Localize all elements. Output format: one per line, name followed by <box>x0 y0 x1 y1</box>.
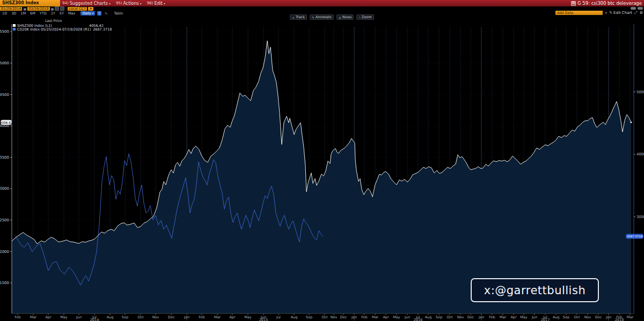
saved-chart-title: ▤ G 59: csi300 btc deleverage <box>571 0 642 6</box>
svg-text:Jun: Jun <box>531 315 537 319</box>
period-button-5y[interactable]: 5Y <box>60 11 64 16</box>
window-mini-button[interactable] <box>638 7 643 10</box>
svg-text:3000: 3000 <box>636 215 644 219</box>
calendar-icon[interactable]: ▦ <box>23 7 26 11</box>
magnifier-icon: ⌕ <box>358 15 360 19</box>
svg-text:Sep: Sep <box>563 315 569 319</box>
bloomberg-terminal-window: 1500200025003000350040004500500055003000… <box>0 0 644 321</box>
svg-text:Dec: Dec <box>168 315 175 319</box>
tool-label: Annotate <box>316 15 332 19</box>
svg-text:May: May <box>393 315 400 319</box>
currency-select[interactable]: Local CCY <box>68 7 87 11</box>
tool-button-track[interactable]: +Track <box>290 14 307 20</box>
expand-icon[interactable]: ⤢ <box>634 11 638 15</box>
collapse-panel-icon[interactable]: « <box>605 11 607 15</box>
svg-text:Dec: Dec <box>467 315 474 319</box>
price-chart[interactable]: 1500200025003000350040004500500055003000… <box>0 0 644 321</box>
svg-text:Aug: Aug <box>291 315 298 319</box>
date-range-row: 01/29/2014 ▦ 03/16/2018 ▦ Local CCY ▾ <box>0 6 644 11</box>
period-button-1m[interactable]: 1M <box>20 11 26 16</box>
period-button-3d[interactable]: 3D <box>11 11 16 16</box>
currency-dropdown-icon[interactable]: ▾ <box>88 7 93 11</box>
watermark-box: x:@garrettbullish <box>471 278 599 302</box>
svg-text:2015: 2015 <box>259 318 268 321</box>
period-button-1d[interactable]: 1D <box>2 11 7 16</box>
svg-text:2500: 2500 <box>0 218 9 222</box>
legend-header: Last Price <box>45 19 112 23</box>
tool-button-annotate[interactable]: ✎Annotate <box>310 14 334 20</box>
menu-actions[interactable]: 95) Actions ▾ <box>116 1 142 6</box>
period-button-ytd[interactable]: YTD <box>40 11 47 16</box>
svg-text:Sep: Sep <box>306 315 312 319</box>
menu-edit[interactable]: 96) Edit ▾ <box>147 1 165 6</box>
right-last-price-pill: 2687.3718 <box>626 234 643 238</box>
svg-text:Mar: Mar <box>30 315 37 319</box>
candlestick-chart-icon[interactable]: ▯ <box>97 11 101 16</box>
right-axis-labels: 300040005000 <box>634 90 644 219</box>
add-data-input[interactable]: Add Data <box>555 11 603 15</box>
svg-text:Oct: Oct <box>574 315 580 319</box>
date-from-input[interactable]: 01/29/2014 <box>0 7 22 11</box>
legend-row[interactable]: CD20K Index 05/25/2024-07/19/2028 (R1)26… <box>13 27 112 31</box>
left-axis-labels: 150020002500300035004000450050005500 <box>0 29 12 285</box>
svg-text:4056.42: 4056.42 <box>0 121 13 124</box>
svg-text:Apr: Apr <box>510 315 517 319</box>
svg-text:Aug: Aug <box>107 315 114 319</box>
svg-text:Mar: Mar <box>214 315 221 319</box>
mini-button[interactable] <box>55 6 59 11</box>
date-to-input[interactable]: 03/16/2018 <box>27 7 49 11</box>
tool-button-news[interactable]: ≡News <box>336 14 354 20</box>
mini-button[interactable] <box>60 6 64 11</box>
svg-text:Feb: Feb <box>361 315 368 319</box>
edit-chart-button[interactable]: ✎ Edit Chart <box>609 11 632 15</box>
legend-series-name: CD20K Index 05/25/2024-07/19/2028 (R1) <box>17 27 91 32</box>
news-icon: ≡ <box>339 16 341 19</box>
svg-text:3500: 3500 <box>0 155 9 160</box>
tool-button-zoom[interactable]: ⌕Zoom <box>356 14 374 20</box>
plus-icon: + <box>292 16 295 19</box>
period-button-max[interactable]: Max <box>68 11 75 16</box>
calendar-icon[interactable]: ▦ <box>51 7 54 11</box>
svg-text:Dec: Dec <box>340 315 347 319</box>
period-button-6m[interactable]: 6M <box>30 11 35 16</box>
svg-text:Sep: Sep <box>122 315 128 319</box>
svg-text:Nov: Nov <box>457 315 464 319</box>
svg-text:Mar: Mar <box>372 315 379 319</box>
svg-text:May: May <box>520 315 528 319</box>
svg-text:May: May <box>60 315 68 319</box>
menu-number: 94) <box>62 1 69 5</box>
svg-text:Apr: Apr <box>383 315 389 319</box>
security-ticker-field[interactable]: SHSZ300 Index <box>0 0 60 6</box>
svg-text:4500: 4500 <box>0 93 9 97</box>
svg-text:Feb: Feb <box>14 315 21 319</box>
last-point-dot <box>631 122 632 123</box>
line-chart-icon[interactable]: ∿ <box>104 11 108 16</box>
chart-legend: Last Price SHSZ300 Index (L1)4056.42CD20… <box>13 19 112 31</box>
pencil-icon: ✎ <box>609 11 612 15</box>
chart-icon: ▤ <box>571 1 576 6</box>
tool-label: Track <box>296 15 305 19</box>
left-last-price-pill: 4056.42 <box>0 120 13 125</box>
svg-text:Oct: Oct <box>321 315 328 319</box>
chevron-down-icon: ▾ <box>140 2 142 5</box>
period-button-1y[interactable]: 1Y <box>51 11 55 16</box>
tool-label: Zoom <box>362 15 372 19</box>
svg-text:Mar: Mar <box>500 315 507 319</box>
svg-text:5000: 5000 <box>636 90 644 94</box>
watermark-text: x:@garrettbullish <box>484 284 586 297</box>
menu-bar: SHSZ300 Index 94) Suggested Charts ▾ 95)… <box>0 0 644 6</box>
svg-text:Apr: Apr <box>45 315 52 319</box>
table-button[interactable]: Table <box>114 11 123 16</box>
svg-text:2017: 2017 <box>541 318 550 321</box>
frequency-dropdown[interactable]: Daily ▾ <box>80 11 95 16</box>
svg-text:Nov: Nov <box>331 315 338 319</box>
gear-icon[interactable]: ⚙ <box>640 11 643 15</box>
menu-number: 96) <box>147 1 153 5</box>
svg-text:2018: 2018 <box>615 318 624 321</box>
svg-text:Nov: Nov <box>584 315 591 319</box>
menu-suggested-charts[interactable]: 94) Suggested Charts ▾ <box>62 1 111 6</box>
window-mini-button[interactable] <box>631 7 636 10</box>
svg-text:Jun: Jun <box>76 315 82 319</box>
legend-swatch <box>13 24 16 27</box>
chevron-down-icon: ▾ <box>92 11 94 16</box>
